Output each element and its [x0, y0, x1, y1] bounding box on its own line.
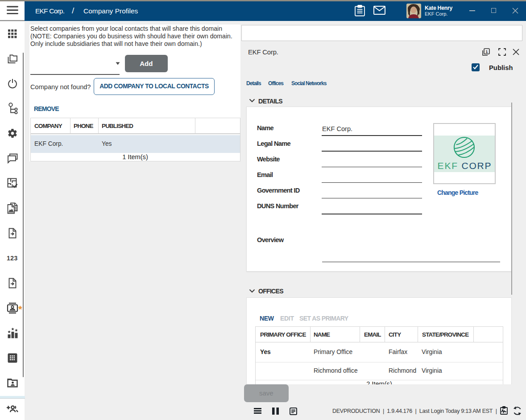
svg-text:1: 1	[485, 49, 488, 54]
svg-text:123: 123	[7, 255, 18, 261]
